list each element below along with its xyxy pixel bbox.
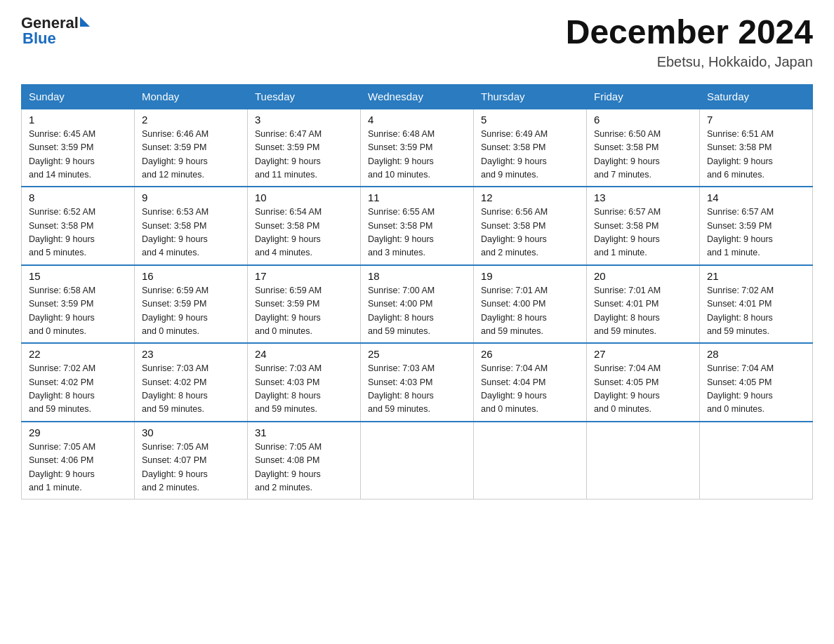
day-number: 16: [142, 270, 240, 282]
day-info: Sunrise: 6:56 AMSunset: 3:58 PMDaylight:…: [481, 206, 579, 260]
calendar-day-cell: 26Sunrise: 7:04 AMSunset: 4:04 PMDayligh…: [474, 343, 587, 422]
day-number: 26: [481, 348, 579, 360]
calendar-week-row: 15Sunrise: 6:58 AMSunset: 3:59 PMDayligh…: [22, 265, 813, 344]
day-number: 1: [29, 114, 127, 126]
header-wednesday: Wednesday: [361, 84, 474, 109]
header-saturday: Saturday: [700, 84, 813, 109]
calendar-day-cell: 17Sunrise: 6:59 AMSunset: 3:59 PMDayligh…: [248, 265, 361, 344]
header-friday: Friday: [587, 84, 700, 109]
calendar-day-cell: 19Sunrise: 7:01 AMSunset: 4:00 PMDayligh…: [474, 265, 587, 344]
day-number: 6: [594, 114, 692, 126]
day-number: 5: [481, 114, 579, 126]
day-info: Sunrise: 6:46 AMSunset: 3:59 PMDaylight:…: [142, 128, 240, 182]
day-number: 22: [29, 348, 127, 360]
calendar-week-row: 8Sunrise: 6:52 AMSunset: 3:58 PMDaylight…: [22, 187, 813, 265]
day-number: 14: [707, 192, 805, 203]
day-number: 27: [594, 348, 692, 360]
day-number: 4: [368, 114, 466, 126]
day-info: Sunrise: 7:03 AMSunset: 4:02 PMDaylight:…: [142, 362, 240, 417]
day-number: 9: [142, 192, 240, 203]
calendar-day-cell: 22Sunrise: 7:02 AMSunset: 4:02 PMDayligh…: [22, 343, 135, 422]
day-info: Sunrise: 7:00 AMSunset: 4:00 PMDaylight:…: [368, 284, 466, 339]
day-info: Sunrise: 7:04 AMSunset: 4:05 PMDaylight:…: [594, 362, 692, 417]
calendar-day-cell: 28Sunrise: 7:04 AMSunset: 4:05 PMDayligh…: [700, 343, 813, 422]
calendar-table: SundayMondayTuesdayWednesdayThursdayFrid…: [21, 84, 813, 500]
day-number: 12: [481, 192, 579, 203]
day-info: Sunrise: 6:48 AMSunset: 3:59 PMDaylight:…: [368, 128, 466, 182]
day-info: Sunrise: 7:01 AMSunset: 4:01 PMDaylight:…: [594, 284, 692, 339]
calendar-header-row: SundayMondayTuesdayWednesdayThursdayFrid…: [22, 84, 813, 109]
day-info: Sunrise: 7:04 AMSunset: 4:05 PMDaylight:…: [707, 362, 805, 417]
day-info: Sunrise: 6:49 AMSunset: 3:58 PMDaylight:…: [481, 128, 579, 182]
calendar-day-cell: 31Sunrise: 7:05 AMSunset: 4:08 PMDayligh…: [248, 422, 361, 499]
calendar-day-cell: 12Sunrise: 6:56 AMSunset: 3:58 PMDayligh…: [474, 187, 587, 265]
calendar-day-cell: 3Sunrise: 6:47 AMSunset: 3:59 PMDaylight…: [248, 109, 361, 187]
day-info: Sunrise: 7:01 AMSunset: 4:00 PMDaylight:…: [481, 284, 579, 339]
day-info: Sunrise: 6:51 AMSunset: 3:58 PMDaylight:…: [707, 128, 805, 182]
calendar-empty-cell: [361, 422, 474, 499]
calendar-day-cell: 9Sunrise: 6:53 AMSunset: 3:58 PMDaylight…: [135, 187, 248, 265]
day-number: 3: [255, 114, 353, 126]
day-info: Sunrise: 7:05 AMSunset: 4:06 PMDaylight:…: [29, 441, 127, 495]
day-info: Sunrise: 6:57 AMSunset: 3:58 PMDaylight:…: [594, 206, 692, 260]
calendar-day-cell: 14Sunrise: 6:57 AMSunset: 3:59 PMDayligh…: [700, 187, 813, 265]
day-info: Sunrise: 7:05 AMSunset: 4:07 PMDaylight:…: [142, 441, 240, 495]
day-number: 23: [142, 348, 240, 360]
day-info: Sunrise: 7:04 AMSunset: 4:04 PMDaylight:…: [481, 362, 579, 417]
day-number: 28: [707, 348, 805, 360]
location-subtitle: Ebetsu, Hokkaido, Japan: [566, 54, 813, 70]
day-number: 29: [29, 427, 127, 438]
calendar-day-cell: 25Sunrise: 7:03 AMSunset: 4:03 PMDayligh…: [361, 343, 474, 422]
day-info: Sunrise: 7:05 AMSunset: 4:08 PMDaylight:…: [255, 441, 353, 495]
day-info: Sunrise: 7:02 AMSunset: 4:01 PMDaylight:…: [707, 284, 805, 339]
day-info: Sunrise: 6:59 AMSunset: 3:59 PMDaylight:…: [142, 284, 240, 339]
day-number: 10: [255, 192, 353, 203]
calendar-day-cell: 16Sunrise: 6:59 AMSunset: 3:59 PMDayligh…: [135, 265, 248, 344]
calendar-day-cell: 10Sunrise: 6:54 AMSunset: 3:58 PMDayligh…: [248, 187, 361, 265]
day-number: 2: [142, 114, 240, 126]
day-number: 7: [707, 114, 805, 126]
calendar-day-cell: 5Sunrise: 6:49 AMSunset: 3:58 PMDaylight…: [474, 109, 587, 187]
day-number: 11: [368, 192, 466, 203]
day-number: 15: [29, 270, 127, 282]
calendar-week-row: 1Sunrise: 6:45 AMSunset: 3:59 PMDaylight…: [22, 109, 813, 187]
day-number: 19: [481, 270, 579, 282]
header-thursday: Thursday: [474, 84, 587, 109]
calendar-day-cell: 4Sunrise: 6:48 AMSunset: 3:59 PMDaylight…: [361, 109, 474, 187]
calendar-day-cell: 20Sunrise: 7:01 AMSunset: 4:01 PMDayligh…: [587, 265, 700, 344]
header-monday: Monday: [135, 84, 248, 109]
day-info: Sunrise: 6:59 AMSunset: 3:59 PMDaylight:…: [255, 284, 353, 339]
day-number: 20: [594, 270, 692, 282]
day-info: Sunrise: 6:54 AMSunset: 3:58 PMDaylight:…: [255, 206, 353, 260]
day-number: 17: [255, 270, 353, 282]
calendar-day-cell: 2Sunrise: 6:46 AMSunset: 3:59 PMDaylight…: [135, 109, 248, 187]
day-info: Sunrise: 7:03 AMSunset: 4:03 PMDaylight:…: [255, 362, 353, 417]
calendar-day-cell: 11Sunrise: 6:55 AMSunset: 3:58 PMDayligh…: [361, 187, 474, 265]
day-info: Sunrise: 6:47 AMSunset: 3:59 PMDaylight:…: [255, 128, 353, 182]
calendar-day-cell: 23Sunrise: 7:03 AMSunset: 4:02 PMDayligh…: [135, 343, 248, 422]
calendar-day-cell: 15Sunrise: 6:58 AMSunset: 3:59 PMDayligh…: [22, 265, 135, 344]
day-info: Sunrise: 7:02 AMSunset: 4:02 PMDaylight:…: [29, 362, 127, 417]
day-info: Sunrise: 6:55 AMSunset: 3:58 PMDaylight:…: [368, 206, 466, 260]
day-number: 24: [255, 348, 353, 360]
calendar-day-cell: 18Sunrise: 7:00 AMSunset: 4:00 PMDayligh…: [361, 265, 474, 344]
calendar-day-cell: 6Sunrise: 6:50 AMSunset: 3:58 PMDaylight…: [587, 109, 700, 187]
logo-triangle-icon: [80, 17, 90, 27]
day-number: 21: [707, 270, 805, 282]
calendar-day-cell: 24Sunrise: 7:03 AMSunset: 4:03 PMDayligh…: [248, 343, 361, 422]
calendar-day-cell: 1Sunrise: 6:45 AMSunset: 3:59 PMDaylight…: [22, 109, 135, 187]
calendar-empty-cell: [700, 422, 813, 499]
page-header: General Blue December 2024 Ebetsu, Hokka…: [21, 14, 813, 70]
day-number: 13: [594, 192, 692, 203]
day-number: 30: [142, 427, 240, 438]
day-info: Sunrise: 6:52 AMSunset: 3:58 PMDaylight:…: [29, 206, 127, 260]
calendar-day-cell: 30Sunrise: 7:05 AMSunset: 4:07 PMDayligh…: [135, 422, 248, 499]
logo: General Blue: [21, 14, 90, 48]
day-number: 31: [255, 427, 353, 438]
day-number: 25: [368, 348, 466, 360]
day-number: 18: [368, 270, 466, 282]
calendar-day-cell: 21Sunrise: 7:02 AMSunset: 4:01 PMDayligh…: [700, 265, 813, 344]
calendar-week-row: 29Sunrise: 7:05 AMSunset: 4:06 PMDayligh…: [22, 422, 813, 499]
logo-blue: Blue: [22, 29, 56, 48]
calendar-empty-cell: [587, 422, 700, 499]
